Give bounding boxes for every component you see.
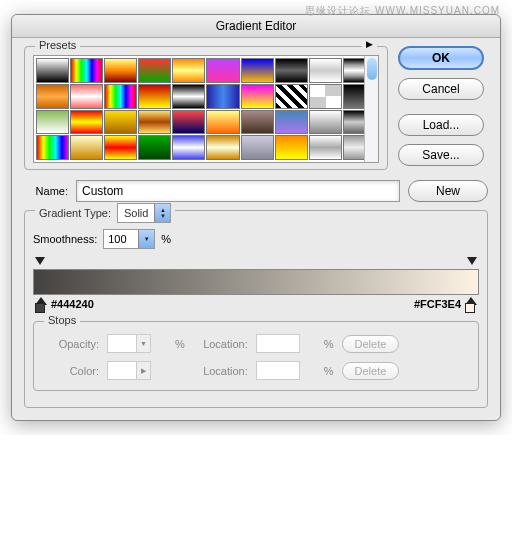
ok-button[interactable]: OK xyxy=(398,46,484,70)
preset-swatch[interactable] xyxy=(206,84,239,109)
color-label: Color: xyxy=(44,365,99,377)
preset-swatch[interactable] xyxy=(206,135,239,160)
save-button[interactable]: Save... xyxy=(398,144,484,166)
dialog-title: Gradient Editor xyxy=(12,15,500,38)
preset-swatch[interactable] xyxy=(36,84,69,109)
opacity-location-field[interactable] xyxy=(256,334,300,353)
preset-swatch[interactable] xyxy=(70,84,103,109)
preset-swatch[interactable] xyxy=(104,110,137,135)
presets-scrollbar[interactable] xyxy=(364,56,378,162)
watermark-text: 思缘设计论坛 WWW.MISSYUAN.COM xyxy=(305,4,500,18)
color-stop-right[interactable] xyxy=(465,297,477,311)
preset-swatch[interactable] xyxy=(275,58,308,83)
right-hex-label: #FCF3E4 xyxy=(414,298,461,310)
color-location-pct: % xyxy=(324,365,334,377)
gradient-type-select[interactable]: Solid ▲▼ xyxy=(117,203,171,223)
preset-swatch[interactable] xyxy=(138,84,171,109)
scrollbar-thumb[interactable] xyxy=(367,58,377,80)
gradient-type-value: Solid xyxy=(118,207,154,219)
preset-swatch[interactable] xyxy=(138,110,171,135)
presets-flyout-icon[interactable]: ▶ xyxy=(362,39,377,49)
new-button[interactable]: New xyxy=(408,180,488,202)
preset-swatch[interactable] xyxy=(70,135,103,160)
preset-swatch[interactable] xyxy=(138,135,171,160)
cancel-button[interactable]: Cancel xyxy=(398,78,484,100)
load-button[interactable]: Load... xyxy=(398,114,484,136)
preset-swatch[interactable] xyxy=(70,110,103,135)
gradient-editor-dialog: Gradient Editor Presets ▶ OK Cancel Load… xyxy=(11,14,501,421)
opacity-delete-button[interactable]: Delete xyxy=(342,335,400,353)
color-location-label: Location: xyxy=(193,365,248,377)
preset-swatch[interactable] xyxy=(241,110,274,135)
opacity-location-label: Location: xyxy=(193,338,248,350)
presets-grid[interactable] xyxy=(33,55,379,163)
opacity-stop-left[interactable] xyxy=(35,257,45,267)
presets-label: Presets xyxy=(35,39,80,51)
preset-swatch[interactable] xyxy=(206,110,239,135)
preset-swatch[interactable] xyxy=(241,84,274,109)
preset-swatch[interactable] xyxy=(36,135,69,160)
preset-swatch[interactable] xyxy=(275,84,308,109)
name-label: Name: xyxy=(24,185,68,197)
opacity-pct: % xyxy=(175,338,185,350)
gradient-type-row: Gradient Type: Solid ▲▼ xyxy=(35,203,175,223)
color-delete-button[interactable]: Delete xyxy=(342,362,400,380)
opacity-location-pct: % xyxy=(324,338,334,350)
opacity-stop-right[interactable] xyxy=(467,257,477,267)
chevron-down-icon: ▼ xyxy=(136,335,150,352)
smoothness-label: Smoothness: xyxy=(33,233,97,245)
preset-swatch[interactable] xyxy=(172,84,205,109)
chevron-down-icon: ▶ xyxy=(136,362,150,379)
dropdown-arrow-icon: ▼ xyxy=(138,230,154,248)
preset-swatch[interactable] xyxy=(309,84,342,109)
preset-swatch[interactable] xyxy=(309,58,342,83)
preset-swatch[interactable] xyxy=(275,135,308,160)
name-input[interactable] xyxy=(76,180,400,202)
preset-swatch[interactable] xyxy=(241,135,274,160)
color-field[interactable]: ▶ xyxy=(107,361,151,380)
preset-swatch[interactable] xyxy=(275,110,308,135)
smoothness-unit: % xyxy=(161,233,171,245)
opacity-label: Opacity: xyxy=(44,338,99,350)
preset-swatch[interactable] xyxy=(206,58,239,83)
gradient-type-group: Gradient Type: Solid ▲▼ Smoothness: ▼ % … xyxy=(24,210,488,408)
preset-swatch[interactable] xyxy=(36,58,69,83)
color-location-field[interactable] xyxy=(256,361,300,380)
smoothness-input[interactable] xyxy=(104,231,138,247)
preset-swatch[interactable] xyxy=(309,135,342,160)
stops-label: Stops xyxy=(44,314,80,326)
preset-swatch[interactable] xyxy=(36,110,69,135)
dropdown-arrows-icon: ▲▼ xyxy=(154,204,170,222)
stops-group: Stops Opacity: ▼ % Location: % Delete Co… xyxy=(33,321,479,391)
color-stop-left[interactable] xyxy=(35,297,47,311)
preset-swatch[interactable] xyxy=(104,84,137,109)
smoothness-field[interactable]: ▼ xyxy=(103,229,155,249)
left-hex-label: #444240 xyxy=(51,298,94,310)
gradient-bar[interactable] xyxy=(33,269,479,295)
preset-swatch[interactable] xyxy=(104,58,137,83)
gradient-type-label: Gradient Type: xyxy=(39,207,111,219)
opacity-field[interactable]: ▼ xyxy=(107,334,151,353)
preset-swatch[interactable] xyxy=(172,58,205,83)
preset-swatch[interactable] xyxy=(172,135,205,160)
preset-swatch[interactable] xyxy=(104,135,137,160)
presets-group: Presets ▶ xyxy=(24,46,388,170)
preset-swatch[interactable] xyxy=(172,110,205,135)
preset-swatch[interactable] xyxy=(241,58,274,83)
preset-swatch[interactable] xyxy=(70,58,103,83)
preset-swatch[interactable] xyxy=(138,58,171,83)
preset-swatch[interactable] xyxy=(309,110,342,135)
